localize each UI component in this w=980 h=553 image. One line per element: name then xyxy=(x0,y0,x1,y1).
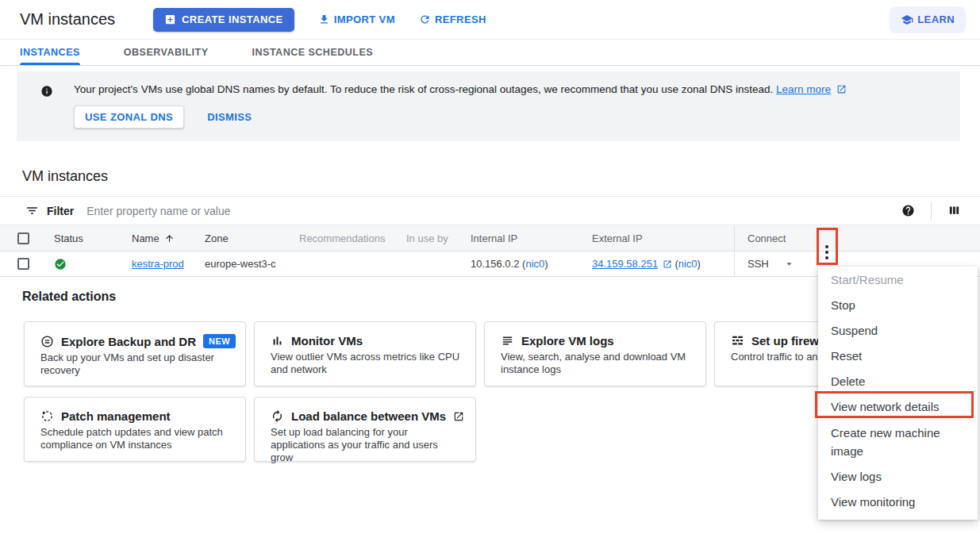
menu-item-delete[interactable]: Delete xyxy=(818,369,978,394)
add-box-icon xyxy=(164,13,176,25)
tab-instances[interactable]: INSTANCES xyxy=(20,40,80,65)
bar-chart-icon xyxy=(271,334,284,348)
learn-button[interactable]: LEARN xyxy=(890,6,966,33)
row-checkbox[interactable] xyxy=(17,258,29,270)
select-all-checkbox[interactable] xyxy=(17,232,29,244)
tab-observability[interactable]: OBSERVABILITY xyxy=(124,40,209,65)
filter-label: Filter xyxy=(47,205,74,217)
banner-actions: USE ZONAL DNS DISMISS xyxy=(74,106,847,129)
zone-cell: europe-west3-c xyxy=(205,258,299,270)
dismiss-button[interactable]: DISMISS xyxy=(207,111,252,123)
new-badge: NEW xyxy=(203,334,236,348)
external-ip-link[interactable]: 34.159.58.251 xyxy=(592,258,658,270)
tab-instance-schedules[interactable]: INSTANCE SCHEDULES xyxy=(252,40,374,65)
use-zonal-dns-button[interactable]: USE ZONAL DNS xyxy=(74,106,184,129)
column-header-connect: Connect xyxy=(734,225,980,251)
help-icon[interactable] xyxy=(901,204,915,217)
tab-bar: INSTANCES OBSERVABILITY INSTANCE SCHEDUL… xyxy=(0,40,980,66)
column-header-name[interactable]: Name xyxy=(132,232,205,244)
select-all-cell xyxy=(0,232,54,244)
table-header-row: Status Name Zone Recommendations In use … xyxy=(0,225,980,252)
create-instance-button[interactable]: CREATE INSTANCE xyxy=(153,8,294,32)
menu-item-start-resume: Start/Resume xyxy=(818,267,978,293)
banner-message: Your project's VMs use global DNS names … xyxy=(74,83,847,97)
row-select-cell xyxy=(0,258,54,270)
status-running-icon xyxy=(54,258,132,271)
toolbar-divider xyxy=(931,202,932,220)
vm-instances-page: VM instances CREATE INSTANCE IMPORT VM R… xyxy=(0,0,980,553)
card-explore-backup-dr[interactable]: Explore Backup and DR NEW Back up your V… xyxy=(24,321,246,386)
column-header-in-use-by[interactable]: In use by xyxy=(406,232,471,244)
column-display-icon[interactable] xyxy=(947,204,961,217)
patch-management-icon xyxy=(40,409,54,423)
row-more-actions-kebab-icon[interactable] xyxy=(821,240,832,264)
card-explore-vm-logs[interactable]: Explore VM logs View, search, analyse an… xyxy=(484,321,706,386)
logs-list-icon xyxy=(501,334,514,348)
external-link-icon xyxy=(453,411,464,422)
internal-ip-cell: 10.156.0.2 (nic0) xyxy=(471,258,592,270)
status-cell xyxy=(54,258,132,271)
filter-toolbar: Filter xyxy=(0,196,980,225)
column-header-external-ip[interactable]: External IP xyxy=(592,232,734,244)
menu-item-create-new-machine-image[interactable]: Create new machine image xyxy=(818,420,978,464)
external-nic-link[interactable]: nic0 xyxy=(678,258,698,270)
related-actions-cards: Explore Backup and DR NEW Back up your V… xyxy=(24,321,948,462)
load-balance-sync-icon xyxy=(271,409,284,423)
menu-item-view-network-details[interactable]: View network details xyxy=(818,394,978,420)
filter-input[interactable] xyxy=(86,205,901,217)
section-title: VM instances xyxy=(22,168,980,185)
menu-item-reset[interactable]: Reset xyxy=(818,344,978,369)
sort-ascending-icon xyxy=(164,233,175,244)
column-header-status[interactable]: Status xyxy=(54,232,132,244)
learn-more-link[interactable]: Learn more xyxy=(776,83,831,95)
menu-item-suspend[interactable]: Suspend xyxy=(818,318,978,344)
column-header-zone[interactable]: Zone xyxy=(205,232,299,244)
graduation-cap-icon xyxy=(901,13,913,26)
page-title: VM instances xyxy=(20,10,115,29)
import-vm-button[interactable]: IMPORT VM xyxy=(318,13,395,25)
internal-nic-link[interactable]: nic0 xyxy=(525,258,544,270)
instance-name-link[interactable]: kestra-prod xyxy=(132,258,184,270)
backup-dr-icon xyxy=(40,335,54,348)
column-header-recommendations[interactable]: Recommendations xyxy=(299,232,406,244)
ssh-button[interactable]: SSH xyxy=(747,258,795,270)
column-header-internal-ip[interactable]: Internal IP xyxy=(471,232,592,244)
menu-item-view-monitoring[interactable]: View monitoring xyxy=(818,490,978,515)
card-load-balance[interactable]: Load balance between VMs Set up load bal… xyxy=(254,397,476,462)
ssh-dropdown-caret-icon[interactable] xyxy=(783,258,795,270)
zonal-dns-banner: Your project's VMs use global DNS names … xyxy=(17,71,960,141)
name-cell: kestra-prod xyxy=(132,258,205,270)
external-ip-cell: 34.159.58.251 (nic0) xyxy=(592,258,734,270)
instance-actions-context-menu: Start/Resume Stop Suspend Reset Delete V… xyxy=(818,267,978,520)
filter-icon xyxy=(25,204,39,217)
refresh-icon xyxy=(419,13,431,25)
app-bar: VM instances CREATE INSTANCE IMPORT VM R… xyxy=(0,0,980,40)
menu-item-stop[interactable]: Stop xyxy=(818,293,978,318)
banner-content: Your project's VMs use global DNS names … xyxy=(74,83,847,129)
external-link-icon xyxy=(663,259,672,269)
menu-item-view-logs[interactable]: View logs xyxy=(818,464,978,490)
refresh-button[interactable]: REFRESH xyxy=(419,13,486,25)
card-patch-management[interactable]: Patch management Schedule patch updates … xyxy=(24,397,246,462)
external-link-icon xyxy=(836,84,847,94)
firewall-icon xyxy=(731,334,744,348)
info-icon xyxy=(40,85,53,129)
download-icon xyxy=(318,13,330,25)
card-monitor-vms[interactable]: Monitor VMs View outlier VMs across metr… xyxy=(254,321,476,386)
